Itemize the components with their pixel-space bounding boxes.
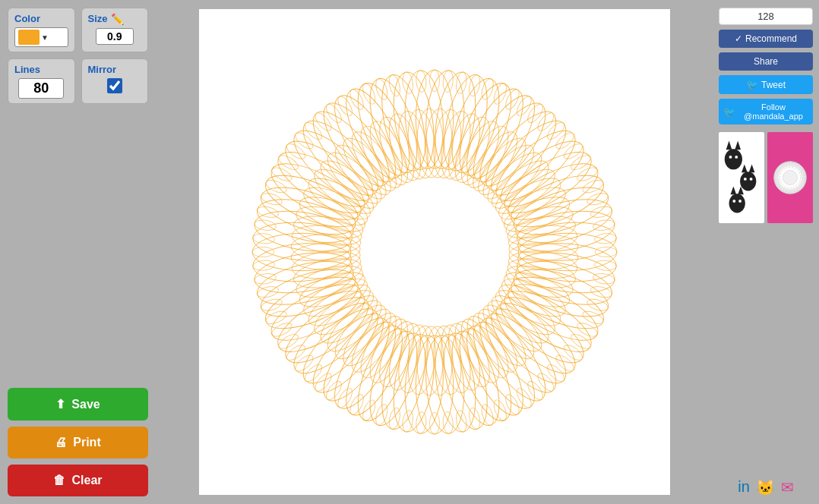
svg-point-126: [302, 171, 375, 228]
svg-point-65: [449, 77, 521, 182]
clear-button[interactable]: 🗑 Clear: [8, 465, 148, 496]
size-control: Size ✏️: [81, 8, 149, 52]
svg-point-180: [429, 412, 439, 434]
save-label: Save: [71, 398, 100, 411]
recommend-button[interactable]: ✓ Recommend: [719, 30, 813, 48]
svg-point-55: [347, 77, 419, 182]
lines-label: Lines: [14, 64, 40, 75]
svg-point-30: [292, 298, 388, 394]
share-button[interactable]: Share: [719, 52, 813, 71]
social-icons: in 🐱 ✉: [719, 475, 813, 496]
save-button[interactable]: ⬆ Save: [8, 388, 148, 421]
svg-point-147: [465, 125, 525, 197]
svg-point-42: [251, 205, 355, 257]
right-panel: 128 ✓ Recommend Share 🐦 Tweet 🐦 Follow @…: [713, 0, 819, 504]
svg-point-35: [258, 266, 364, 339]
left-panel: Color ▼ Size ✏️ Lines Mirror ⬆ Sav: [0, 0, 156, 504]
follow-button[interactable]: 🐦 Follow @mandala_app: [719, 99, 813, 124]
svg-point-12: [468, 308, 556, 410]
svg-point-221: [442, 70, 454, 93]
svg-point-75: [504, 165, 610, 237]
svg-point-251: [729, 194, 745, 213]
svg-point-219: [415, 70, 426, 93]
svg-point-107: [343, 307, 403, 379]
lines-input[interactable]: [18, 78, 64, 99]
svg-point-152: [489, 162, 561, 222]
svg-point-92: [465, 307, 525, 379]
svg-point-78: [514, 205, 617, 257]
github-icon[interactable]: 🐱: [756, 478, 775, 496]
size-label: Size: [88, 13, 108, 24]
svg-point-133: [353, 121, 410, 194]
svg-point-33: [269, 279, 373, 363]
svg-point-201: [252, 233, 275, 244]
svg-point-160: [595, 247, 617, 257]
svg-point-202: [253, 219, 276, 232]
svg-point-15: [449, 322, 521, 427]
svg-point-222: [454, 71, 467, 94]
linkedin-icon[interactable]: in: [738, 478, 750, 496]
canvas-area[interactable]: [156, 0, 713, 504]
mirror-checkbox[interactable]: [107, 78, 122, 93]
thumbnail-row: [719, 132, 813, 223]
svg-point-246: [740, 172, 756, 191]
thumbnail-plate[interactable]: [767, 132, 813, 223]
svg-point-67: [462, 87, 545, 191]
svg-point-62: [428, 69, 481, 172]
svg-point-10: [480, 298, 577, 394]
email-icon[interactable]: ✉: [781, 478, 794, 496]
tweet-button[interactable]: 🐦 Tweet: [719, 75, 813, 94]
svg-point-52: [311, 93, 400, 195]
svg-point-259: [783, 170, 797, 184]
svg-point-249: [744, 178, 747, 181]
svg-point-7: [495, 279, 599, 363]
recommend-label: Recommend: [745, 33, 797, 44]
edit-icon: ✏️: [111, 13, 124, 25]
svg-point-58: [387, 69, 440, 172]
print-button[interactable]: 🖨 Print: [8, 427, 148, 458]
svg-point-244: [729, 156, 732, 159]
svg-point-199: [252, 260, 275, 271]
svg-point-38: [251, 247, 355, 299]
size-input[interactable]: [96, 28, 134, 45]
svg-point-162: [592, 272, 615, 285]
color-picker[interactable]: ▼: [14, 27, 68, 47]
svg-point-45: [258, 165, 364, 237]
svg-point-179: [442, 411, 454, 434]
drawing-canvas[interactable]: [199, 9, 670, 495]
svg-point-47: [269, 141, 373, 225]
color-dropdown-arrow: ▼: [41, 33, 49, 42]
clear-label: Clear: [71, 474, 102, 487]
svg-point-48: [276, 130, 378, 218]
mirror-control: Mirror: [81, 58, 149, 104]
svg-point-50: [292, 110, 388, 206]
thumbnail-cats[interactable]: [719, 132, 764, 223]
svg-point-113: [302, 277, 375, 334]
svg-point-182: [401, 410, 414, 433]
svg-point-238: [592, 219, 615, 232]
svg-point-32: [276, 286, 378, 374]
svg-point-146: [459, 121, 516, 194]
tweet-label: Tweet: [761, 80, 786, 90]
svg-point-2: [514, 247, 617, 299]
color-label: Color: [14, 13, 40, 24]
svg-point-86: [493, 277, 566, 334]
svg-point-127: [308, 162, 380, 222]
svg-point-27: [323, 313, 406, 417]
save-icon: ⬆: [55, 397, 65, 411]
svg-point-28: [311, 308, 400, 410]
svg-point-87: [489, 282, 561, 342]
recommend-count: 128: [719, 8, 813, 25]
svg-point-254: [732, 200, 735, 203]
svg-point-73: [495, 141, 599, 225]
mandala-svg[interactable]: [222, 39, 647, 465]
svg-point-245: [735, 156, 738, 159]
svg-point-25: [347, 322, 419, 427]
mirror-label: Mirror: [88, 64, 117, 75]
svg-point-200: [252, 247, 274, 257]
svg-point-132: [343, 125, 403, 197]
svg-point-153: [493, 171, 566, 228]
svg-point-220: [429, 70, 439, 92]
svg-point-18: [428, 332, 481, 435]
svg-point-161: [594, 260, 617, 271]
